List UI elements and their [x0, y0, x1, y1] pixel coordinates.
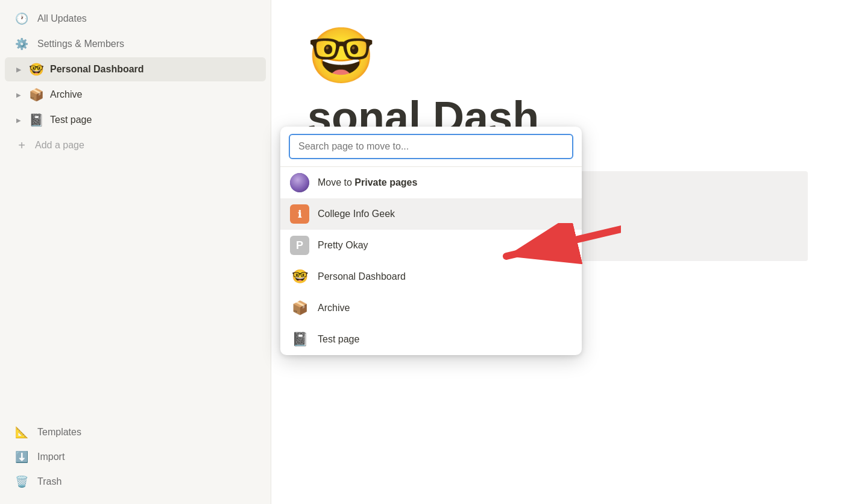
- add-page-button[interactable]: + Add a page: [5, 133, 266, 157]
- dropdown-item-label: Personal Dashboard: [318, 271, 406, 282]
- page-emoji: 📦: [29, 87, 44, 102]
- dropdown-item-college-info-geek[interactable]: ℹ College Info Geek: [280, 198, 582, 230]
- dropdown-item-label: Move to Private pages: [318, 177, 417, 188]
- sidebar-item-label: All Updates: [37, 13, 87, 24]
- sidebar-bottom: 📐 Templates ⬇️ Import 🗑️ Trash: [0, 420, 271, 504]
- dropdown-item-test-page[interactable]: 📓 Test page: [280, 324, 582, 355]
- page-emoji-icon: 📓: [290, 330, 309, 349]
- dropdown-item-pretty-okay[interactable]: P Pretty Okay: [280, 230, 582, 261]
- workspace-icon: ℹ: [290, 204, 309, 224]
- sidebar-item-trash[interactable]: 🗑️ Trash: [5, 470, 266, 494]
- sidebar-item-label: Test page: [50, 115, 256, 125]
- sidebar-item-label: Trash: [37, 476, 61, 487]
- move-to-dropdown: Move to Private pages ℹ College Info Gee…: [280, 127, 582, 355]
- page-emoji-icon: 📦: [290, 298, 309, 318]
- page-emoji: 📓: [29, 113, 44, 127]
- plus-icon: +: [14, 139, 29, 153]
- sidebar-item-label: Import: [37, 452, 65, 462]
- dropdown-item-personal-dashboard[interactable]: 🤓 Personal Dashboard: [280, 261, 582, 292]
- sidebar-item-test-page[interactable]: ▶ 📓 Test page: [5, 108, 266, 132]
- add-page-label: Add a page: [35, 140, 84, 151]
- sidebar-item-label: Templates: [37, 427, 81, 438]
- dropdown-item-label: Test page: [318, 334, 359, 345]
- chevron-right-icon: ▶: [14, 90, 23, 99]
- sidebar-item-archive[interactable]: ▶ 📦 Archive: [5, 83, 266, 107]
- sidebar-item-label: Personal Dashboard: [50, 64, 256, 75]
- page-hero-emoji: 🤓: [307, 24, 808, 87]
- page-emoji-icon: 🤓: [290, 267, 309, 286]
- dropdown-item-private-pages[interactable]: Move to Private pages: [280, 167, 582, 198]
- sidebar-item-label: Settings & Members: [37, 39, 124, 49]
- dropdown-item-label: Pretty Okay: [318, 240, 368, 251]
- import-icon: ⬇️: [14, 450, 29, 464]
- sidebar-item-personal-dashboard[interactable]: ▶ 🤓 Personal Dashboard: [5, 57, 266, 81]
- chevron-right-icon: ▶: [14, 116, 23, 124]
- dropdown-search-container: [280, 127, 582, 167]
- avatar-icon: [290, 173, 309, 192]
- sidebar-item-settings[interactable]: ⚙️ Settings & Members: [5, 32, 266, 56]
- search-input[interactable]: [289, 134, 573, 159]
- dropdown-item-archive[interactable]: 📦 Archive: [280, 292, 582, 324]
- templates-icon: 📐: [14, 426, 29, 439]
- sidebar: 🕐 All Updates ⚙️ Settings & Members ▶ 🤓 …: [0, 0, 271, 504]
- sidebar-item-all-updates[interactable]: 🕐 All Updates: [5, 7, 266, 31]
- sidebar-item-import[interactable]: ⬇️ Import: [5, 445, 266, 469]
- dropdown-item-label: College Info Geek: [318, 209, 395, 219]
- page-emoji: 🤓: [29, 62, 44, 77]
- workspace-icon: P: [290, 236, 309, 255]
- chevron-right-icon: ▶: [14, 65, 23, 74]
- gear-icon: ⚙️: [14, 37, 29, 51]
- trash-icon: 🗑️: [14, 475, 29, 488]
- clock-icon: 🕐: [14, 12, 29, 25]
- sidebar-item-templates[interactable]: 📐 Templates: [5, 420, 266, 444]
- sidebar-item-label: Archive: [50, 89, 256, 100]
- dropdown-item-label: Archive: [318, 303, 350, 313]
